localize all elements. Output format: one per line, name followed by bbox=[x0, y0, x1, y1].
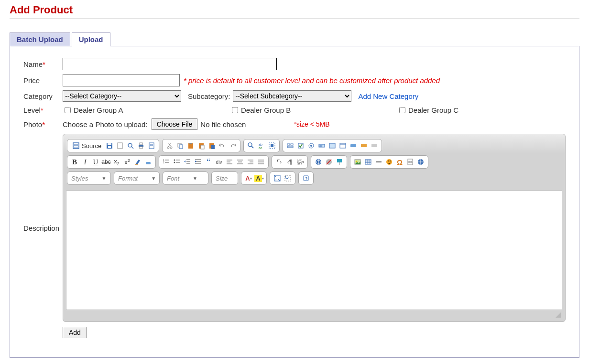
svg-rect-36 bbox=[287, 146, 293, 148]
svg-rect-43 bbox=[340, 143, 346, 148]
svg-line-9 bbox=[131, 147, 133, 149]
iframe-icon[interactable] bbox=[415, 157, 426, 167]
price-note: * price is default to all customer level… bbox=[184, 76, 440, 85]
svg-rect-84 bbox=[365, 160, 371, 164]
save-icon[interactable] bbox=[104, 140, 115, 151]
format-dropdown[interactable]: Format▼ bbox=[114, 171, 160, 185]
image-icon[interactable] bbox=[352, 157, 363, 167]
tab-batch-upload[interactable]: Batch Upload bbox=[10, 32, 70, 46]
indent-icon[interactable] bbox=[193, 157, 203, 167]
outdent-icon[interactable] bbox=[182, 157, 193, 167]
unlink-icon[interactable] bbox=[324, 157, 334, 167]
hr-icon[interactable] bbox=[373, 157, 384, 167]
align-right-icon[interactable] bbox=[245, 157, 256, 167]
svg-line-29 bbox=[251, 146, 253, 148]
align-center-icon[interactable] bbox=[235, 157, 245, 167]
svg-rect-23 bbox=[189, 143, 192, 144]
templates-icon[interactable] bbox=[146, 140, 157, 151]
checkbox-icon[interactable] bbox=[295, 140, 306, 151]
dealer-a-checkbox[interactable] bbox=[65, 107, 71, 113]
svg-rect-45 bbox=[350, 144, 356, 147]
textarea-icon[interactable] bbox=[327, 140, 338, 151]
paste-text-icon[interactable] bbox=[196, 140, 207, 151]
svg-rect-33 bbox=[271, 144, 273, 147]
select-all-icon[interactable] bbox=[267, 140, 277, 151]
eraser-icon[interactable] bbox=[143, 157, 153, 167]
blockquote-icon[interactable]: “ bbox=[203, 157, 214, 167]
styles-dropdown[interactable]: Styles▼ bbox=[67, 171, 111, 185]
replace-icon[interactable]: abac bbox=[256, 140, 267, 151]
subscript-icon[interactable]: x2 bbox=[111, 157, 122, 167]
bg-color-icon[interactable]: A▾ bbox=[254, 173, 264, 183]
rte-resize-handle[interactable] bbox=[66, 310, 562, 319]
new-page-icon[interactable] bbox=[115, 140, 125, 151]
button-field-icon[interactable] bbox=[348, 140, 359, 151]
superscript-icon[interactable]: x2 bbox=[122, 157, 132, 167]
description-label: Description bbox=[23, 224, 63, 232]
undo-icon[interactable] bbox=[217, 140, 228, 151]
redo-icon[interactable] bbox=[228, 140, 238, 151]
italic-icon[interactable]: I bbox=[80, 157, 90, 167]
numbered-list-icon[interactable]: 12 bbox=[161, 157, 172, 167]
dealer-b-checkbox[interactable] bbox=[232, 107, 238, 113]
div-icon[interactable]: div bbox=[214, 157, 224, 167]
dealer-b-option[interactable]: Dealer Group B bbox=[230, 106, 397, 115]
page-break-icon[interactable] bbox=[405, 157, 415, 167]
choose-file-button[interactable]: Choose File bbox=[152, 118, 198, 130]
svg-rect-94 bbox=[408, 162, 413, 165]
preview-icon[interactable] bbox=[125, 140, 136, 151]
strike-icon[interactable]: abc bbox=[101, 157, 111, 167]
tab-upload[interactable]: Upload bbox=[72, 32, 110, 46]
add-category-link[interactable]: Add New Category bbox=[358, 92, 418, 100]
underline-icon[interactable]: U bbox=[90, 157, 101, 167]
find-icon[interactable] bbox=[246, 140, 256, 151]
svg-text:ab: ab bbox=[259, 143, 262, 146]
rtl-icon[interactable]: ‹¶ bbox=[284, 157, 295, 167]
svg-text:ac: ac bbox=[259, 146, 262, 150]
rte-content-area[interactable] bbox=[66, 191, 562, 310]
dealer-c-checkbox[interactable] bbox=[399, 107, 405, 113]
svg-text:2: 2 bbox=[163, 161, 164, 164]
radio-icon[interactable] bbox=[306, 140, 316, 151]
font-dropdown[interactable]: Font▼ bbox=[163, 171, 208, 185]
level-label: Level* bbox=[23, 106, 63, 114]
print-icon[interactable] bbox=[136, 140, 146, 151]
select-field-icon[interactable] bbox=[338, 140, 348, 151]
align-justify-icon[interactable] bbox=[256, 157, 266, 167]
about-icon[interactable]: ? bbox=[301, 173, 311, 183]
svg-rect-49 bbox=[146, 162, 151, 164]
category-select[interactable]: --Select Category-- bbox=[63, 90, 181, 102]
form-icon[interactable] bbox=[285, 140, 295, 151]
cut-icon[interactable] bbox=[164, 140, 175, 151]
size-dropdown[interactable]: Size▼ bbox=[211, 171, 238, 185]
dealer-a-option[interactable]: Dealer Group A bbox=[63, 106, 230, 115]
table-icon[interactable] bbox=[363, 157, 373, 167]
paste-word-icon[interactable] bbox=[207, 140, 217, 151]
svg-point-55 bbox=[174, 162, 175, 163]
subcategory-select[interactable]: --Select Subcategory-- bbox=[233, 90, 351, 102]
hidden-field-icon[interactable] bbox=[369, 140, 380, 151]
paste-icon[interactable] bbox=[185, 140, 196, 151]
align-left-icon[interactable] bbox=[224, 157, 235, 167]
copy-icon[interactable] bbox=[175, 140, 185, 151]
price-input[interactable] bbox=[63, 74, 180, 86]
remove-format-icon[interactable] bbox=[132, 157, 143, 167]
rte-source-button[interactable]: Source bbox=[69, 140, 104, 151]
bold-icon[interactable]: B bbox=[69, 157, 80, 167]
anchor-icon[interactable] bbox=[334, 157, 345, 167]
maximize-icon[interactable] bbox=[272, 173, 283, 183]
svg-rect-11 bbox=[140, 143, 142, 145]
smiley-icon[interactable] bbox=[384, 157, 394, 167]
link-icon[interactable] bbox=[313, 157, 324, 167]
image-button-icon[interactable] bbox=[359, 140, 369, 151]
bullet-list-icon[interactable] bbox=[172, 157, 182, 167]
text-color-icon[interactable]: A▾ bbox=[243, 173, 254, 183]
name-input[interactable] bbox=[63, 58, 277, 70]
special-char-icon[interactable]: Ω bbox=[394, 157, 405, 167]
textfield-icon[interactable]: abl bbox=[316, 140, 327, 151]
ltr-icon[interactable]: ¶› bbox=[274, 157, 284, 167]
add-button[interactable]: Add bbox=[63, 327, 87, 338]
dealer-c-option[interactable]: Dealer Group C bbox=[397, 106, 458, 115]
show-blocks-icon[interactable] bbox=[283, 173, 293, 183]
language-icon[interactable]: 語▾ bbox=[295, 157, 305, 167]
